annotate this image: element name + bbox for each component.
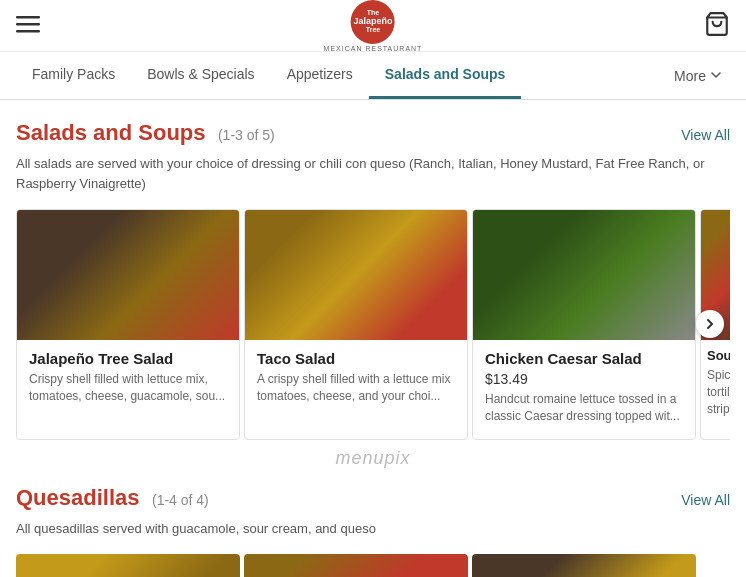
quesa-card-1[interactable] (244, 554, 468, 577)
salads-card-1[interactable]: Taco Salad A crispy shell filled with a … (244, 209, 468, 440)
main-content: Salads and Soups (1-3 of 5) View All All… (0, 100, 746, 577)
hamburger-icon[interactable] (16, 12, 40, 40)
salads-card-partial-title: South... (707, 348, 730, 363)
chevron-right-icon[interactable] (696, 310, 724, 338)
salads-card-2-title: Chicken Caesar Salad (485, 350, 683, 367)
quesadillas-cards-row (16, 554, 730, 577)
logo-line3: Tree (353, 26, 392, 34)
salads-card-1-desc: A crispy shell filled with a lettuce mix… (257, 371, 455, 405)
salads-title-group: Salads and Soups (1-3 of 5) (16, 120, 275, 146)
quesadillas-section: Quesadillas (1-4 of 4) View All All ques… (16, 485, 730, 577)
salads-cards-row: Jalapeño Tree Salad Crispy shell filled … (16, 209, 730, 440)
salads-card-1-image (245, 210, 467, 340)
quesadillas-title: Quesadillas (16, 485, 140, 510)
nav-appetizers[interactable]: Appetizers (271, 52, 369, 99)
salads-card-2-desc: Handcut romaine lettuce tossed in a clas… (485, 391, 683, 425)
navigation: Family Packs Bowls & Specials Appetizers… (0, 52, 746, 100)
chevron-down-icon (710, 68, 722, 84)
salads-card-2-image (473, 210, 695, 340)
salads-card-partial-desc: Spicy... tortilla... strips... (707, 367, 730, 417)
nav-bowls-specials[interactable]: Bowls & Specials (131, 52, 270, 99)
nav-more-label: More (674, 68, 706, 84)
quesadillas-description: All quesadillas served with guacamole, s… (16, 519, 730, 539)
cart-icon[interactable] (704, 11, 730, 41)
salads-section-header: Salads and Soups (1-3 of 5) View All (16, 120, 730, 146)
salads-card-0-title: Jalapeño Tree Salad (29, 350, 227, 367)
salads-card-1-title: Taco Salad (257, 350, 455, 367)
salads-card-0-desc: Crispy shell filled with lettuce mix, to… (29, 371, 227, 405)
salads-card-partial-body: South... Spicy... tortilla... strips... (701, 340, 730, 425)
salads-card-0-body: Jalapeño Tree Salad Crispy shell filled … (17, 340, 239, 419)
salads-card-2-price: $13.49 (485, 371, 683, 387)
logo-line2: Jalapeño (353, 17, 392, 27)
header: The Jalapeño Tree MEXICAN RESTAURANT (0, 0, 746, 52)
salads-description: All salads are served with your choice o… (16, 154, 730, 193)
salads-card-0[interactable]: Jalapeño Tree Salad Crispy shell filled … (16, 209, 240, 440)
nav-salads-soups[interactable]: Salads and Soups (369, 52, 522, 99)
logo: The Jalapeño Tree MEXICAN RESTAURANT (324, 0, 423, 52)
svg-rect-1 (16, 23, 40, 26)
svg-rect-2 (16, 30, 40, 33)
salads-card-2-body: Chicken Caesar Salad $13.49 Handcut roma… (473, 340, 695, 439)
quesa-card-2[interactable] (472, 554, 696, 577)
salads-cards-wrapper: Jalapeño Tree Salad Crispy shell filled … (16, 209, 730, 440)
salads-title: Salads and Soups (16, 120, 206, 145)
menupix-watermark: menupix (16, 440, 730, 477)
salads-card-1-body: Taco Salad A crispy shell filled with a … (245, 340, 467, 419)
salads-view-all[interactable]: View All (681, 127, 730, 143)
nav-more[interactable]: More (666, 54, 730, 98)
salads-card-2[interactable]: Chicken Caesar Salad $13.49 Handcut roma… (472, 209, 696, 440)
nav-family-packs[interactable]: Family Packs (16, 52, 131, 99)
quesadillas-count: (1-4 of 4) (152, 492, 209, 508)
salads-count: (1-3 of 5) (218, 127, 275, 143)
logo-subtitle: MEXICAN RESTAURANT (324, 45, 423, 52)
quesa-card-0[interactable] (16, 554, 240, 577)
quesadillas-section-header: Quesadillas (1-4 of 4) View All (16, 485, 730, 511)
svg-rect-0 (16, 16, 40, 19)
salads-card-0-image (17, 210, 239, 340)
quesadillas-view-all[interactable]: View All (681, 492, 730, 508)
quesadillas-title-group: Quesadillas (1-4 of 4) (16, 485, 209, 511)
